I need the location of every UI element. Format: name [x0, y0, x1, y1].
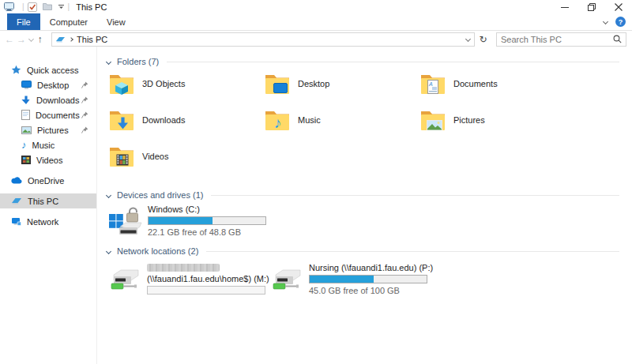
- folder-tile-downloads[interactable]: Downloads: [108, 107, 264, 144]
- sidebar-item-label: Network: [27, 217, 58, 227]
- sidebar-item-label: Documents: [36, 111, 80, 120]
- search-icon: [613, 35, 622, 43]
- back-button[interactable]: ←: [5, 33, 14, 46]
- new-folder-icon[interactable]: [43, 2, 52, 11]
- cloud-icon: [11, 177, 22, 184]
- search-input[interactable]: [501, 35, 613, 44]
- folder-label: Music: [298, 115, 321, 125]
- music-note-icon: ♪: [21, 140, 27, 150]
- tab-computer[interactable]: Computer: [40, 13, 97, 30]
- search-box[interactable]: [496, 32, 626, 47]
- folders-grid: 3D Objects Desktop A Documents: [108, 71, 632, 180]
- sidebar-item-music[interactable]: ♪ Music: [0, 137, 96, 152]
- sidebar-item-quick-access[interactable]: Quick access: [0, 62, 96, 77]
- folder-tile-music[interactable]: ♪ Music: [264, 107, 419, 144]
- section-title: Network locations (2): [117, 246, 198, 256]
- recent-locations-chevron-icon[interactable]: [28, 37, 33, 41]
- sidebar-item-documents[interactable]: Documents: [0, 107, 96, 122]
- sidebar-item-pictures[interactable]: Pictures: [0, 122, 96, 137]
- film-icon: [21, 156, 31, 164]
- navigation-toolbar: ← → ↑ This PC ↻: [0, 32, 632, 47]
- ribbon-tab-row: File Computer View ?: [0, 13, 632, 31]
- sidebar-item-desktop[interactable]: Desktop: [0, 77, 96, 92]
- folder-videos-icon: [108, 145, 135, 169]
- folder-label: 3D Objects: [142, 79, 185, 88]
- explorer-window: | | This PC File: [0, 0, 632, 364]
- quick-access-toolbar: [28, 2, 65, 12]
- download-arrow-icon: [21, 96, 31, 105]
- section-header-network: Network locations (2): [107, 244, 632, 258]
- network-drive-tile-m[interactable]: (\\fauandi1.fau.edu\home$) (M:): [108, 263, 270, 295]
- help-icon[interactable]: ?: [615, 17, 626, 27]
- document-icon: [21, 110, 30, 120]
- customize-chevron-icon[interactable]: [58, 4, 65, 9]
- network-drive-icon: [270, 267, 303, 292]
- folder-tile-videos[interactable]: Videos: [108, 144, 264, 180]
- drives-row: Windows (C:) 22.1 GB free of 48.8 GB: [108, 205, 632, 237]
- sidebar-item-label: Videos: [36, 156, 62, 165]
- window-title: This PC: [76, 2, 107, 12]
- sidebar-item-network[interactable]: Network: [0, 214, 96, 229]
- up-button[interactable]: ↑: [36, 33, 44, 46]
- body: Quick access Desktop Downloads Documents…: [0, 47, 632, 364]
- refresh-icon[interactable]: ↻: [479, 32, 487, 47]
- folder-pictures-icon: [419, 109, 446, 133]
- folder-tile-3d-objects[interactable]: 3D Objects: [108, 71, 264, 107]
- minimize-button[interactable]: [551, 0, 578, 13]
- redacted-drive-name: [147, 264, 220, 272]
- section-header-folders: Folders (7): [107, 54, 632, 69]
- network-drive-tile-p[interactable]: Nursing (\\fauandi1.fau.edu) (P:) 45.0 G…: [270, 263, 476, 295]
- star-icon: [11, 65, 21, 75]
- tab-view[interactable]: View: [97, 13, 135, 30]
- network-pc-icon: [11, 217, 21, 226]
- folder-downloads-icon: [108, 109, 135, 133]
- folder-tile-documents[interactable]: A Documents: [419, 71, 575, 107]
- breadcrumb-location: This PC: [77, 35, 107, 44]
- network-drive-path: (\\fauandi1.fau.edu\home$) (M:): [147, 274, 269, 283]
- collapse-chevron-icon[interactable]: [106, 192, 111, 197]
- sidebar-item-label: Downloads: [36, 96, 79, 105]
- sidebar-item-this-pc[interactable]: This PC: [0, 193, 96, 208]
- section-divider: [206, 251, 619, 252]
- tab-file[interactable]: File: [7, 13, 40, 30]
- network-locations-row: (\\fauandi1.fau.edu\home$) (M:): [108, 263, 632, 295]
- capacity-bar: [147, 286, 265, 295]
- pin-icon: [81, 81, 88, 88]
- folder-label: Documents: [453, 79, 498, 88]
- folder-label: Desktop: [298, 79, 329, 88]
- this-pc-icon: [4, 2, 14, 11]
- drive-name: Windows (C:): [148, 205, 266, 214]
- drive-tile-windows-c[interactable]: Windows (C:) 22.1 GB free of 48.8 GB: [108, 205, 266, 237]
- capacity-bar: [148, 216, 266, 225]
- sidebar-item-onedrive[interactable]: OneDrive: [0, 173, 96, 188]
- sidebar-item-label: Quick access: [27, 66, 78, 75]
- minimize-ribbon-chevron-icon[interactable]: [603, 19, 608, 24]
- section-divider: [167, 62, 619, 62]
- folder-tile-pictures[interactable]: Pictures: [419, 107, 575, 144]
- desktop-icon: [21, 81, 32, 89]
- drive-free-space: 45.0 GB free of 100 GB: [309, 286, 433, 295]
- folder-3d-objects-icon: [108, 73, 135, 96]
- collapse-chevron-icon[interactable]: [106, 248, 111, 253]
- sidebar-item-videos[interactable]: Videos: [0, 152, 96, 167]
- address-bar[interactable]: This PC: [51, 32, 475, 47]
- folder-tile-desktop[interactable]: Desktop: [264, 71, 419, 107]
- pin-icon: [81, 126, 88, 133]
- sidebar-item-label: Music: [32, 141, 55, 150]
- forward-button[interactable]: →: [17, 33, 26, 46]
- sidebar-item-downloads[interactable]: Downloads: [0, 92, 96, 107]
- collapse-chevron-icon[interactable]: [106, 58, 111, 64]
- svg-text:A: A: [428, 81, 433, 87]
- window-controls: [551, 0, 632, 13]
- close-button[interactable]: [605, 0, 632, 13]
- folder-documents-icon: A: [419, 73, 446, 96]
- section-divider: [211, 195, 619, 196]
- restore-button[interactable]: [578, 0, 605, 13]
- breadcrumb-chevron-icon: [69, 37, 73, 42]
- folder-desktop-icon: [264, 73, 291, 96]
- titlebar: | | This PC: [0, 0, 632, 13]
- sidebar-item-label: Pictures: [37, 126, 69, 135]
- address-dropdown-chevron-icon[interactable]: [461, 33, 474, 46]
- properties-icon[interactable]: [28, 2, 37, 12]
- monitor-icon: [11, 197, 22, 205]
